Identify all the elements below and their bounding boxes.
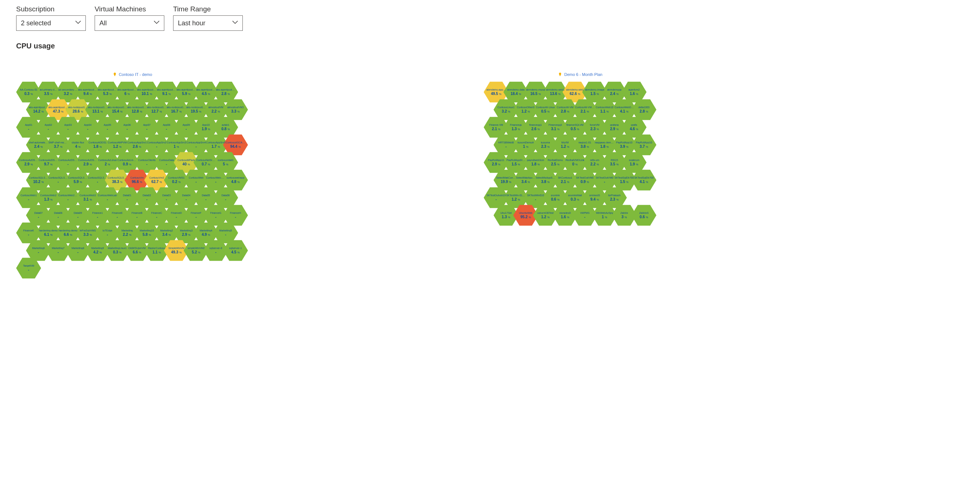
hex-value: 1.2 % <box>541 215 550 219</box>
hex-value: - <box>215 180 216 184</box>
hex-value: 3.1 % <box>551 127 559 131</box>
hex-value: 12.8 % <box>132 109 142 113</box>
hex-value: 2.4 % <box>34 145 43 148</box>
hex-value: - <box>215 215 216 219</box>
hex-name: ContosoAppSrv1 <box>127 141 147 144</box>
hex-name: aks-nodepool1-85188 <box>127 106 147 108</box>
hex-value: - <box>107 232 108 237</box>
hex-name: ContosoWeb2-Linux <box>58 194 78 197</box>
hex-value: 4.6 % <box>630 127 638 131</box>
hex-name: hardening-demo <box>59 229 77 232</box>
hex-name: contosoretail1 <box>218 159 234 161</box>
hex-name: abrndemo-image <box>585 88 605 91</box>
hex-value: 2.8 % <box>640 109 648 113</box>
hex-value: 5.9 % <box>74 180 82 184</box>
cluster-title: Contoso IT - demo <box>113 72 152 76</box>
hex-name: FinanceH <box>230 212 241 214</box>
hex-value: - <box>156 215 158 219</box>
hex-value: 4.1 % <box>620 109 628 113</box>
hex-value: - <box>166 127 167 131</box>
hex-value: - <box>127 197 127 201</box>
hex-name: SKTestWin-01889 <box>506 194 526 197</box>
hex-name: aks-nodepool1-85188 <box>147 106 167 108</box>
hex-name: aks-agentpool1-18946 <box>177 88 196 91</box>
hex-value: - <box>137 215 138 219</box>
hex-value: 1.8 % <box>531 162 540 166</box>
hex-value: 1.5 % <box>620 180 628 184</box>
hex-name: abrndemo-win1 <box>566 88 584 91</box>
hex-value: 4 % <box>75 145 81 148</box>
hex-value: 2.6 % <box>531 127 540 131</box>
hex-name: aks-agentpool1-14132 <box>97 88 117 91</box>
hex-name: abrndemo-mysql <box>526 88 545 91</box>
hex-value: - <box>97 180 98 184</box>
hex-name: Data05 <box>202 194 210 197</box>
hex-value: 0.9 % <box>123 162 131 166</box>
pin-icon <box>558 73 562 76</box>
hex-value: 62.6 % <box>570 92 580 96</box>
hex-name: PayRollApp11 <box>488 159 504 161</box>
hex-name: sromink <box>551 194 560 197</box>
hex-value: 2.3 % <box>541 145 550 148</box>
hex-name: SKTestWin010 <box>527 194 544 197</box>
hex-cluster: Demo 6 - Month Planabrndemo-appsrv49.5 %… <box>484 72 677 280</box>
hex-cell[interactable]: SKTestSqlDb7004.1 % <box>632 169 657 191</box>
hex-name: FinanceG <box>210 212 221 214</box>
hex-value: - <box>28 127 29 131</box>
hex-value: - <box>57 215 59 219</box>
hex-value: 62.7 % <box>151 180 162 184</box>
hex-name: grafis <box>631 124 637 126</box>
hex-value: 3.9 % <box>620 145 628 148</box>
filter-select[interactable]: Last hour <box>173 15 243 31</box>
hex-value: 4.2 % <box>93 250 102 254</box>
hex-value: 2 % <box>105 162 110 166</box>
hex-name: ContosoSQLSrv1 <box>29 177 48 179</box>
hex-name: SKTestSqlDb700 <box>634 177 654 179</box>
hex-value: 16.7 % <box>171 109 182 113</box>
hex-cell[interactable]: sqlserver-14.5 % <box>223 240 248 261</box>
hex-value: 4.5 % <box>202 92 210 96</box>
hex-value: 28.6 % <box>73 109 83 113</box>
hex-cell[interactable]: ZabbixS0.6 % <box>632 204 657 226</box>
hex-name: ContosoADDS1 <box>88 141 107 144</box>
cluster-title-text: Demo 6 - Month Plan <box>564 72 602 76</box>
filter-select[interactable]: 2 selected <box>16 15 86 31</box>
hex-name: Marketing5 <box>220 229 232 232</box>
hex-name: ad-secondary-d… <box>58 88 78 91</box>
hex-name: azlab1 <box>222 124 230 126</box>
hex-name: payrollweb3cm <box>527 159 544 161</box>
hex-value: 3.1 % <box>84 197 92 201</box>
filter-select[interactable]: All <box>95 15 164 31</box>
hex-name: sqlserver-1 <box>229 247 242 250</box>
hex-cell[interactable]: TargetVM- <box>16 257 41 279</box>
hex-value: 9.1 % <box>162 92 170 96</box>
hex-value: 2.9 % <box>84 162 92 166</box>
hex-name: IoTEdge <box>103 229 112 232</box>
hex-name: ContosoAzLinux1 <box>118 159 137 161</box>
hex-value: 38.3 % <box>112 180 123 184</box>
hex-name: delta1003 <box>638 106 649 108</box>
section-title: CPU usage <box>16 42 964 50</box>
cluster-title: Demo 6 - Month Plan <box>558 72 602 76</box>
cluster-container: Contoso IT - demoAA-Contoso-010.3 %ad-pr… <box>16 72 964 280</box>
hex-value: 1.9 % <box>630 162 638 166</box>
hex-value: - <box>77 215 78 219</box>
hex-value: 0.2 % <box>172 180 180 184</box>
hex-value: - <box>57 250 59 254</box>
hex-value: - <box>186 127 187 131</box>
hex-value: - <box>604 180 605 184</box>
hex-name: refix-vm <box>590 159 599 161</box>
hex-name: App08 <box>163 124 170 126</box>
hex-name: aks-nodepool1-4281… <box>88 106 107 108</box>
hex-value: 1.2 % <box>113 145 121 148</box>
hex-value: - <box>146 162 148 166</box>
hex-value: 0.3 % <box>571 197 579 201</box>
hex-value: - <box>107 127 108 131</box>
hex-value: 5 % <box>223 162 229 166</box>
hex-value: 2.1 % <box>561 180 569 184</box>
hex-value: 2.9 % <box>610 127 619 131</box>
hex-value: 5.8 % <box>143 232 151 237</box>
chevron-down-icon <box>232 19 238 27</box>
hex-name: ContosoAppSrv4 <box>186 141 206 144</box>
hex-name: Marketing6 <box>32 247 45 250</box>
